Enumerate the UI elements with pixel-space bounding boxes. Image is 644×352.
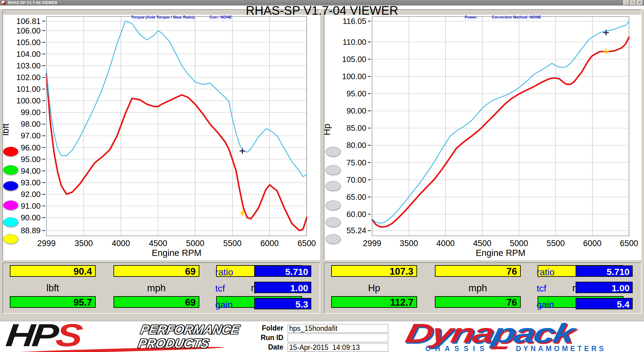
run-color-button-magenta[interactable] xyxy=(3,200,18,210)
gain-label: gain xyxy=(537,300,554,310)
app-window: RHAS-SP V1.7-04 VIEWER − □ ✕ RHAS-SP V1.… xyxy=(0,0,644,352)
power-run1-value: 107.3 xyxy=(331,265,417,277)
x-tick-label: 4500 xyxy=(149,239,167,248)
torque-readout-panel: 90.4 69 5634 lbft mph rpm 95.7 69 5634 r… xyxy=(2,262,320,314)
torque-run1-value: 90.4 xyxy=(10,265,96,277)
y-tick-label: 75.00 xyxy=(347,158,366,167)
x-tick-label: 5000 xyxy=(510,239,528,248)
hps-logo: HPS PERFORMANCE PRODUCTS xyxy=(8,322,250,352)
tcf-label: tcf xyxy=(537,283,546,294)
y-tick-label: 106.81 xyxy=(16,17,40,25)
y-tick-label: 104.00 xyxy=(16,50,40,58)
run-color-button-inactive-5[interactable] xyxy=(325,217,341,227)
x-tick-label: 6500 xyxy=(297,239,316,248)
power-run1-mph: 76 xyxy=(435,265,521,277)
y-tick-label: 105.00 xyxy=(342,55,366,64)
run-color-button-inactive-1[interactable] xyxy=(325,147,341,157)
torque-chart[interactable]: 29993500400045005000550060006500106.8110… xyxy=(3,10,320,260)
run-info-form: Folder Run ID Date xyxy=(251,322,393,352)
x-tick-label: 4500 xyxy=(473,239,492,248)
power-run2-mph: 76 xyxy=(435,296,521,308)
dynapack-chassis-text: CHASSIS xyxy=(425,345,489,352)
run-color-button-blue[interactable] xyxy=(3,181,18,191)
top-strip xyxy=(0,6,644,9)
y-tick-label: 95.00 xyxy=(347,89,366,98)
minimize-button[interactable]: − xyxy=(623,0,629,5)
date-row: Date xyxy=(251,343,283,351)
torque-run2-value: 95.7 xyxy=(10,296,96,308)
run-color-button-red[interactable] xyxy=(3,147,18,157)
y-tick-label: 92.00 xyxy=(21,190,41,199)
footer: HPS PERFORMANCE PRODUCTS Folder Run ID D… xyxy=(0,321,644,352)
y-tick-label: 65.00 xyxy=(347,193,366,201)
runid-row: Run ID xyxy=(251,334,283,342)
y-tick-label: 100.00 xyxy=(16,96,40,105)
window-title: RHAS-SP V1.7-04 VIEWER xyxy=(8,1,57,5)
run-color-button-inactive-4[interactable] xyxy=(325,200,341,210)
run-color-button-inactive-6[interactable] xyxy=(325,234,341,244)
curve-run-green-torque xyxy=(46,21,307,177)
power-chart-panel: Power:Correction Method: NONE 2999350040… xyxy=(324,9,642,260)
curve-run-green-power xyxy=(372,21,629,223)
x-tick-label: 2999 xyxy=(363,239,381,248)
x-tick-label: 3500 xyxy=(75,239,93,248)
y-tick-label: 116.05 xyxy=(343,17,366,25)
plot-border xyxy=(372,17,629,236)
y-tick-label: 110.00 xyxy=(343,38,366,46)
tcf-label: tcf xyxy=(215,283,225,294)
x-axis-label: Engine RPM xyxy=(152,248,201,258)
curve-run-yellow-power xyxy=(372,37,629,227)
hps-products-text: PRODUCTS xyxy=(137,337,238,350)
run-color-button-cyan[interactable] xyxy=(3,217,18,227)
mph-unit-label: mph xyxy=(113,283,199,294)
y-axis-label: lbft xyxy=(3,123,10,136)
power-chart[interactable]: 29993500400045005000550060006500116.0511… xyxy=(324,10,641,260)
y-tick-label: 102.00 xyxy=(16,73,40,82)
hps-wordmark: HPS xyxy=(4,320,82,350)
y-tick-label: 85.00 xyxy=(347,124,366,132)
maximize-button[interactable]: □ xyxy=(630,0,636,5)
app-icon xyxy=(2,1,6,5)
close-button[interactable]: ✕ xyxy=(637,0,643,5)
y-tick-label: 96.00 xyxy=(21,143,41,152)
y-tick-label: 90.00 xyxy=(21,213,41,222)
dynapack-text-dyna: Dyna xyxy=(403,318,496,348)
x-tick-label: 4000 xyxy=(436,239,455,248)
y-tick-label: 55.24 xyxy=(347,226,366,235)
y-tick-label: 105.00 xyxy=(16,38,40,47)
runid-label: Run ID xyxy=(251,334,283,342)
power-unit-label: Hp xyxy=(331,283,417,294)
x-tick-label: 3500 xyxy=(400,239,418,248)
dynapack-dash xyxy=(491,346,508,349)
run-color-button-inactive-3[interactable] xyxy=(325,181,341,191)
hps-text-s: S xyxy=(54,317,82,352)
hps-performance-text: PERFORMANCE xyxy=(140,323,240,337)
y-tick-label: 95.00 xyxy=(21,155,41,164)
x-axis-label: Engine RPM xyxy=(476,248,525,258)
y-tick-label: 100.00 xyxy=(342,72,366,81)
x-tick-label: 5500 xyxy=(546,239,565,248)
run-color-button-green[interactable] xyxy=(3,165,18,175)
curve-run-yellow-torque xyxy=(46,74,307,230)
y-tick-label: 98.00 xyxy=(21,120,41,128)
gain-value: 5.3 xyxy=(254,298,311,309)
y-tick-label: 60.00 xyxy=(347,210,366,219)
x-tick-label: 2999 xyxy=(37,239,56,248)
torque-run2-mph: 69 xyxy=(113,296,199,308)
x-tick-label: 5000 xyxy=(186,239,205,248)
torque-unit-label: lbft xyxy=(10,283,96,294)
ratio-label: ratio xyxy=(537,267,554,277)
y-tick-label: 90.00 xyxy=(347,106,366,115)
run-color-button-inactive-2[interactable] xyxy=(325,165,341,175)
y-tick-label: 97.00 xyxy=(21,131,41,140)
torque-run1-mph: 69 xyxy=(113,265,199,277)
y-tick-label: 99.00 xyxy=(21,108,41,117)
y-tick-label: 103.00 xyxy=(16,61,40,70)
runid-input[interactable] xyxy=(288,334,388,342)
folder-row: Folder xyxy=(251,324,283,332)
folder-input[interactable] xyxy=(288,324,388,333)
dynapack-dynamometers-text: DYNAMOMETERS xyxy=(516,345,606,352)
run-color-button-yellow[interactable] xyxy=(3,234,18,244)
dynapack-tagline: CHASSIS DYNAMOMETERS xyxy=(425,345,606,352)
date-input[interactable] xyxy=(288,343,388,352)
